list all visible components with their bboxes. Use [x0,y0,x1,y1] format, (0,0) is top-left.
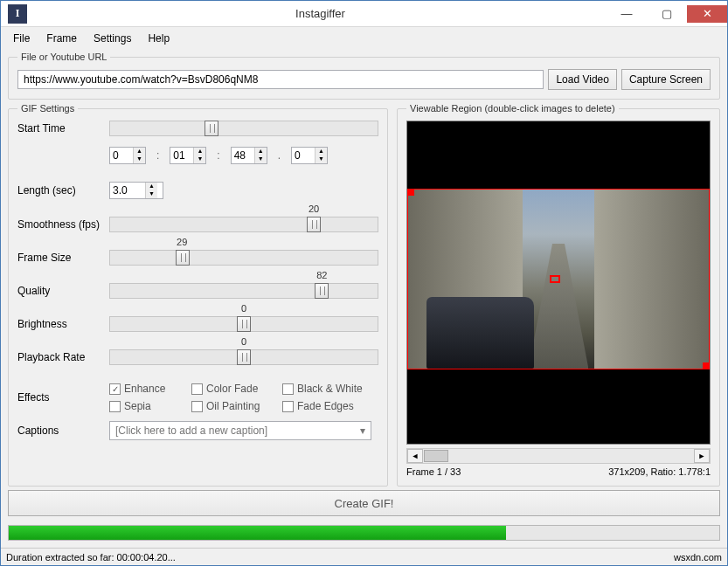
framesize-label: Frame Size [17,252,109,264]
crop-handle-br[interactable] [703,362,710,369]
create-gif-button[interactable]: Create GIF! [8,490,720,516]
frame-dimensions: 371x209, Ratio: 1.778:1 [608,466,711,477]
preview-canvas[interactable] [406,121,711,445]
framesize-slider[interactable] [109,250,378,266]
effects-label: Effects [17,391,109,404]
menu-settings[interactable]: Settings [87,31,138,46]
progress-bar [8,525,720,541]
selection-box[interactable] [550,275,560,283]
scroll-thumb[interactable] [424,450,448,462]
brightness-label: Brightness [17,318,109,330]
length-spinner[interactable]: ▲▼ [109,182,163,199]
url-group: File or Youtube URL Load Video Capture S… [8,52,720,100]
window-title: Instagiffer [34,7,607,20]
time-frames-spinner[interactable]: ▲▼ [291,147,328,164]
app-icon: I [8,4,27,24]
start-time-label: Start Time [17,122,109,135]
quality-label: Quality [17,285,109,297]
viewable-legend: Viewable Region (double-click images to … [406,103,619,114]
preview-frame[interactable] [407,189,710,369]
smoothness-slider[interactable] [109,217,378,232]
crop-handle-tl[interactable] [407,189,414,196]
effect-enhance-checkbox[interactable]: ✓Enhance [109,383,188,395]
statusbar: Duration extracted so far: 00:00:04.20..… [1,548,727,565]
length-label: Length (sec) [17,184,109,197]
captions-dropdown[interactable]: [Click here to add a new caption] ▾ [109,421,371,440]
viewable-region-group: Viewable Region (double-click images to … [397,103,720,487]
effect-bw-checkbox[interactable]: Black & White [282,383,378,395]
smoothness-label: Smoothness (fps) [17,218,109,231]
watermark-text: wsxdn.com [674,552,722,563]
menu-help[interactable]: Help [141,31,177,46]
effect-oil-checkbox[interactable]: Oil Painting [191,400,279,412]
frame-scrollbar[interactable]: ◄ ► [406,448,711,464]
time-hours-spinner[interactable]: ▲▼ [109,147,146,164]
captions-label: Captions [17,424,109,437]
brightness-slider[interactable] [109,316,378,332]
load-video-button[interactable]: Load Video [548,69,617,90]
menubar: File Frame Settings Help [1,27,727,50]
chevron-down-icon: ▾ [360,424,365,437]
time-minutes-spinner[interactable]: ▲▼ [170,147,206,164]
effect-colorfade-checkbox[interactable]: Color Fade [191,383,279,395]
gif-settings-legend: GIF Settings [17,103,78,114]
quality-slider[interactable] [109,283,378,299]
frame-counter: Frame 1 / 33 [406,466,461,477]
url-input[interactable] [17,70,544,89]
minimize-button[interactable]: — [607,5,647,23]
url-legend: File or Youtube URL [17,52,110,62]
playback-slider[interactable] [109,349,378,365]
effect-fade-checkbox[interactable]: Fade Edges [282,400,378,412]
gif-settings-group: GIF Settings Start Time ▲▼ : ▲▼ : ▲▼ . [8,103,388,487]
menu-frame[interactable]: Frame [39,31,84,46]
time-seconds-spinner[interactable]: ▲▼ [231,147,267,164]
status-text: Duration extracted so far: 00:00:04.20..… [6,552,176,563]
close-button[interactable]: ✕ [687,5,727,23]
scroll-left-icon[interactable]: ◄ [407,449,423,463]
start-time-slider[interactable] [109,121,378,136]
maximize-button[interactable]: ▢ [647,5,687,23]
menu-file[interactable]: File [6,31,37,46]
titlebar: I Instagiffer — ▢ ✕ [1,1,727,27]
capture-screen-button[interactable]: Capture Screen [621,69,711,90]
effect-sepia-checkbox[interactable]: Sepia [109,400,188,412]
playback-label: Playback Rate [17,351,109,363]
scroll-right-icon[interactable]: ► [694,449,710,463]
